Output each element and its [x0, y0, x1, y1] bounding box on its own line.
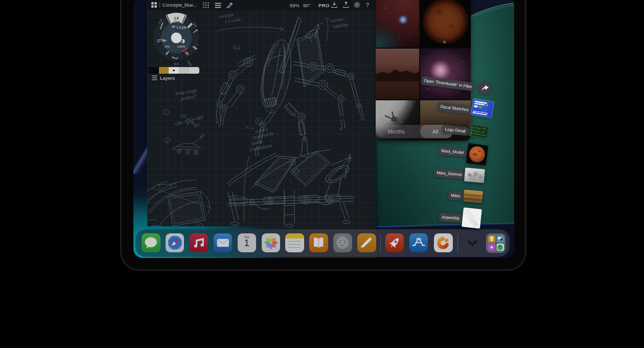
svg-text:6.8: 6.8: [174, 62, 178, 66]
svg-text:1.6: 1.6: [174, 16, 178, 20]
svg-text:1.6 pts: 1.6 pts: [176, 26, 187, 30]
svg-text:0%: 0%: [165, 45, 170, 48]
svg-text:1: 1: [165, 110, 167, 115]
svg-text:14.5: 14.5: [187, 60, 192, 67]
svg-text:A: A: [257, 119, 260, 124]
svg-text:2: 2: [167, 138, 169, 143]
svg-text:satellite: satellite: [333, 22, 349, 29]
svg-text:100%: 100%: [177, 45, 186, 48]
svg-text:V-2: V-2: [233, 45, 241, 51]
